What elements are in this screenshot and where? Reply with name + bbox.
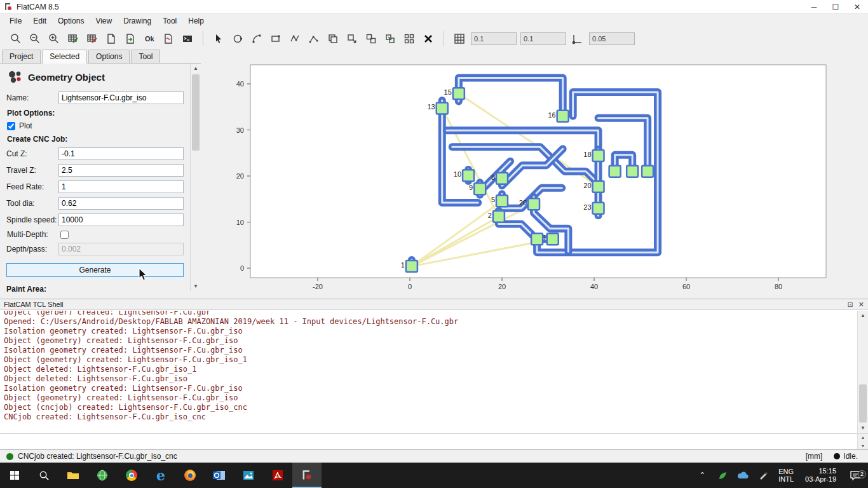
plot-canvas[interactable]: 12589101315161820202325-2002040608001020… xyxy=(201,50,868,299)
taskbar-acrobat[interactable] xyxy=(263,463,292,488)
menu-options[interactable]: Options xyxy=(52,15,90,27)
shell-log[interactable]: Object (gerber) created: Lightsensor-F.C… xyxy=(0,311,857,433)
run-script-button[interactable] xyxy=(159,30,178,48)
cmd-scroll-down-icon[interactable]: ▼ xyxy=(861,444,865,448)
start-button[interactable] xyxy=(0,463,29,488)
draw-polygon-button[interactable] xyxy=(285,30,304,48)
svg-text:0: 0 xyxy=(240,264,244,272)
editor-ok-button[interactable]: Ok xyxy=(140,30,159,48)
tray-green-app[interactable] xyxy=(712,471,733,480)
travel-z-input[interactable] xyxy=(58,164,184,177)
shell-scroll-down-icon[interactable]: ▼ xyxy=(858,423,868,433)
taskbar-outlook[interactable] xyxy=(205,463,234,488)
menu-drawing[interactable]: Drawing xyxy=(118,15,157,27)
draw-rectangle-button[interactable] xyxy=(266,30,285,48)
taskbar-app-sphere[interactable] xyxy=(88,463,117,488)
zoom-out-button[interactable] xyxy=(25,30,44,48)
language-indicator[interactable]: ENG INTL xyxy=(773,468,799,483)
menu-tool[interactable]: Tool xyxy=(157,15,182,27)
zoom-out-icon xyxy=(29,33,41,44)
tcl-shell-panel: FlatCAM TCL Shell ⊡ ✕ Object (gerber) cr… xyxy=(0,299,868,449)
open-project-button[interactable] xyxy=(121,30,140,48)
tray-cloud-app[interactable] xyxy=(733,471,753,479)
grid-snap-icon xyxy=(454,33,465,44)
snap-max-input[interactable] xyxy=(589,32,635,45)
panel-scrollbar-thumb[interactable] xyxy=(192,74,200,151)
duplicate-icon xyxy=(365,33,377,44)
spindle-speed-input[interactable] xyxy=(58,214,184,226)
cmd-scroll-up-icon[interactable]: ▲ xyxy=(861,435,865,440)
pcb-plot[interactable]: 12589101315161820202325-2002040608001020… xyxy=(201,64,868,297)
taskbar-edge[interactable]: e xyxy=(146,463,175,488)
taskbar-photos[interactable] xyxy=(234,463,263,488)
select-tool-button[interactable] xyxy=(209,30,228,48)
tray-leaf-icon xyxy=(718,471,728,480)
tab-project[interactable]: Project xyxy=(2,50,41,63)
feed-rate-label: Feed Rate: xyxy=(6,182,58,191)
tray-pen-app[interactable] xyxy=(753,471,773,480)
grid-x-input[interactable] xyxy=(471,32,517,45)
name-label: Name: xyxy=(6,93,58,102)
green-sphere-app-icon xyxy=(97,470,108,481)
action-center-button[interactable]: 2 xyxy=(843,471,868,480)
status-message: CNCjob created: Lightsensor-F.Cu.gbr_iso… xyxy=(18,452,177,461)
draw-path-button[interactable] xyxy=(304,30,323,48)
tool-dia-input[interactable] xyxy=(58,197,184,210)
tab-options[interactable]: Options xyxy=(88,50,130,63)
svg-text:18: 18 xyxy=(583,151,591,158)
clock[interactable]: 15:15 03-Apr-19 xyxy=(799,467,843,484)
shell-scrollbar[interactable]: ▲ ▼ xyxy=(857,311,868,433)
polygon-tool-icon xyxy=(289,33,301,44)
copy-object-button[interactable] xyxy=(342,30,362,48)
cut-z-input[interactable] xyxy=(58,147,184,160)
svg-text:5: 5 xyxy=(491,196,495,203)
multi-depth-checkbox[interactable] xyxy=(60,231,69,239)
maximize-button[interactable]: ☐ xyxy=(825,0,846,13)
new-project-button[interactable] xyxy=(102,30,121,48)
array-button[interactable] xyxy=(400,30,419,48)
shell-toggle-button[interactable] xyxy=(178,30,197,48)
duplicate-button[interactable] xyxy=(362,30,381,48)
tab-tool[interactable]: Tool xyxy=(131,50,160,63)
scroll-down-icon[interactable]: ▼ xyxy=(191,281,201,291)
clear-plot-button[interactable] xyxy=(64,30,83,48)
taskbar-file-explorer[interactable] xyxy=(58,463,88,488)
shell-command-input[interactable]: ▲▼ xyxy=(0,433,868,449)
zoom-fit-button[interactable] xyxy=(6,30,25,48)
tab-selected[interactable]: Selected xyxy=(42,50,87,64)
windows-logo-icon xyxy=(10,470,20,480)
tray-chevron-up[interactable]: ⌃ xyxy=(692,471,712,480)
grid-y-input[interactable] xyxy=(520,32,566,45)
name-input[interactable] xyxy=(58,92,184,104)
taskbar-firefox[interactable] xyxy=(175,463,205,488)
close-button[interactable]: ✕ xyxy=(846,0,868,13)
circle-tool-icon xyxy=(232,33,243,44)
menu-edit[interactable]: Edit xyxy=(27,15,52,27)
scroll-up-icon[interactable]: ▲ xyxy=(191,64,201,73)
shell-command-scrollbar[interactable]: ▲▼ xyxy=(857,434,868,449)
panel-scrollbar[interactable]: ▲ ▼ xyxy=(190,64,201,291)
copy-geometry-button[interactable] xyxy=(323,30,342,48)
taskbar-flatcam[interactable] xyxy=(292,463,322,488)
replot-button[interactable] xyxy=(83,30,102,48)
menu-help[interactable]: Help xyxy=(182,15,210,27)
taskbar-chrome[interactable] xyxy=(117,463,146,488)
grid-snap-toggle[interactable] xyxy=(450,30,469,48)
menu-file[interactable]: File xyxy=(4,15,27,27)
generate-button[interactable]: Generate xyxy=(6,263,184,277)
shell-scroll-up-icon[interactable]: ▲ xyxy=(858,311,868,320)
feed-rate-input[interactable] xyxy=(58,180,184,193)
corner-snap-toggle[interactable] xyxy=(568,30,587,48)
shell-close-icon[interactable]: ✕ xyxy=(858,301,864,309)
draw-arc-button[interactable] xyxy=(247,30,266,48)
delete-button[interactable] xyxy=(419,30,438,48)
minimize-button[interactable]: ─ xyxy=(803,0,825,13)
move-object-button[interactable] xyxy=(381,30,400,48)
draw-circle-button[interactable] xyxy=(228,30,247,48)
taskbar-search-button[interactable] xyxy=(29,463,58,488)
shell-float-icon[interactable]: ⊡ xyxy=(848,301,853,309)
zoom-in-button[interactable] xyxy=(44,30,64,48)
shell-scrollbar-thumb[interactable] xyxy=(859,384,867,423)
menu-view[interactable]: View xyxy=(90,15,118,27)
plot-checkbox[interactable] xyxy=(7,122,15,130)
